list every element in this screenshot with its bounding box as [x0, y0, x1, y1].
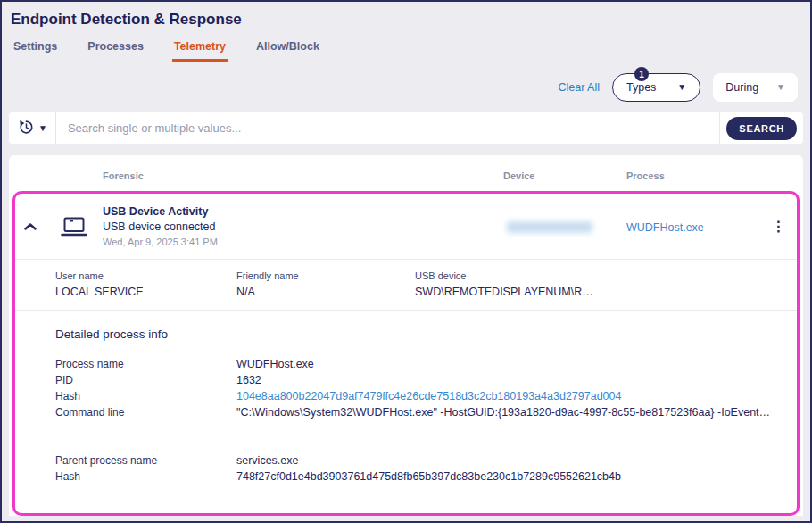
laptop-device-icon	[46, 217, 103, 237]
process-info-value: 104e8aa800b22047d9af7479ffc4e26cde7518d3…	[236, 388, 786, 404]
during-filter-dropdown[interactable]: During ▼	[713, 73, 798, 102]
tab[interactable]: Processes	[86, 40, 145, 62]
during-filter-label: During	[725, 81, 758, 94]
collapse-row-button[interactable]	[21, 220, 40, 234]
event-subtitle: USB device connected	[103, 220, 500, 235]
search-history-dropdown[interactable]: ▼	[9, 112, 56, 144]
edr-window: Endpoint Detection & Response Settings P…	[0, 0, 812, 523]
event-title: USB Device Activity	[103, 204, 500, 220]
tab[interactable]: Settings	[12, 40, 59, 62]
page-header: Endpoint Detection & Response Settings P…	[2, 2, 810, 62]
search-button[interactable]: SEARCH	[726, 117, 797, 140]
page-title: Endpoint Detection & Response	[11, 11, 798, 29]
chevron-down-icon: ▼	[677, 83, 686, 92]
process-info-row: Hash 104e8aa800b22047d9af7479ffc4e26cde7…	[55, 388, 786, 404]
process-info-row: PID 1632	[55, 372, 786, 388]
detail-field-label: USB device	[415, 270, 779, 281]
process-info-label: Command line	[55, 404, 236, 420]
event-device-cell	[500, 221, 626, 233]
tab[interactable]: Telemetry	[172, 40, 228, 62]
detail-field-value: N/A	[236, 286, 415, 298]
parent-process-info-label: Hash	[55, 469, 236, 485]
detailed-process-info-title: Detailed process info	[15, 311, 797, 341]
event-process-cell: WUDFHost.exe	[626, 219, 760, 235]
telemetry-table: Forensic Device Process	[9, 155, 803, 516]
detail-field-value: LOCAL SERVICE	[55, 286, 236, 298]
chevron-up-icon	[24, 223, 37, 230]
history-clock-icon	[19, 120, 34, 137]
column-header-forensic: Forensic	[103, 170, 144, 181]
process-info-list: Process name WUDFHost.exe PID 1632 Hash …	[15, 341, 797, 420]
process-info-value: WUDFHost.exe	[236, 356, 786, 372]
chevron-down-icon: ▼	[776, 83, 785, 92]
parent-process-info-list: Parent process name services.exe Hash 74…	[15, 420, 797, 485]
parent-process-info-value: services.exe	[236, 452, 786, 469]
search-bar: ▼ SEARCH	[9, 112, 803, 144]
process-info-label: Hash	[55, 388, 236, 404]
process-link[interactable]: WUDFHost.exe	[626, 221, 704, 234]
process-info-label: Process name	[55, 356, 236, 372]
parent-process-info-label: Parent process name	[55, 452, 236, 469]
event-row[interactable]: USB Device Activity USB device connected…	[15, 194, 797, 259]
event-detail-fields: User name LOCAL SERVICE Friendly name N/…	[15, 260, 797, 310]
tab-bar: Settings Processes Telemetry Allow/Block	[11, 40, 798, 62]
clear-all-link[interactable]: Clear All	[558, 81, 600, 94]
parent-process-info-row: Parent process name services.exe	[55, 452, 786, 469]
tab[interactable]: Allow/Block	[254, 40, 321, 62]
row-actions-kebab-icon[interactable]: ⋮	[772, 220, 786, 234]
process-info-label: PID	[55, 372, 236, 388]
types-filter-label: Types	[626, 81, 656, 94]
detail-field: Friendly name N/A	[236, 270, 415, 298]
filter-toolbar: Clear All 1 Types ▼ During ▼	[2, 62, 810, 110]
process-info-row: Command line "C:\Windows\System32\WUDFHo…	[55, 404, 786, 420]
highlight-box: USB Device Activity USB device connected…	[12, 191, 800, 516]
detail-field-label: Friendly name	[236, 270, 415, 281]
column-header-process: Process	[626, 170, 665, 181]
chevron-down-icon: ▼	[38, 124, 47, 133]
detail-field: USB device SWD\REMOTEDISPLAYENUM\R…	[415, 270, 779, 298]
detail-field-label: User name	[55, 270, 236, 281]
process-info-value: "C:\Windows\System32\WUDFHost.exe" -Host…	[236, 404, 786, 420]
search-input[interactable]	[56, 112, 719, 144]
detail-field-value: SWD\REMOTEDISPLAYENUM\R…	[415, 286, 779, 298]
table-header-row: Forensic Device Process	[9, 155, 803, 191]
parent-process-info-value: 748f27cf0d1e4bd3903761d475d8fb65b397dc83…	[236, 469, 786, 485]
process-info-value: 1632	[236, 372, 786, 388]
process-info-row: Process name WUDFHost.exe	[55, 356, 786, 372]
types-filter-count-badge: 1	[634, 67, 649, 81]
search-button-zone: SEARCH	[719, 112, 803, 144]
device-name-redacted	[507, 221, 592, 233]
detail-field: User name LOCAL SERVICE	[55, 270, 236, 298]
event-timestamp: Wed, Apr 9, 2025 3:41 PM	[103, 235, 500, 249]
parent-process-info-row: Hash 748f27cf0d1e4bd3903761d475d8fb65b39…	[55, 469, 786, 485]
event-forensic-cell: USB Device Activity USB device connected…	[103, 204, 500, 249]
column-header-device: Device	[503, 170, 534, 181]
types-filter-dropdown[interactable]: 1 Types ▼	[612, 73, 700, 102]
